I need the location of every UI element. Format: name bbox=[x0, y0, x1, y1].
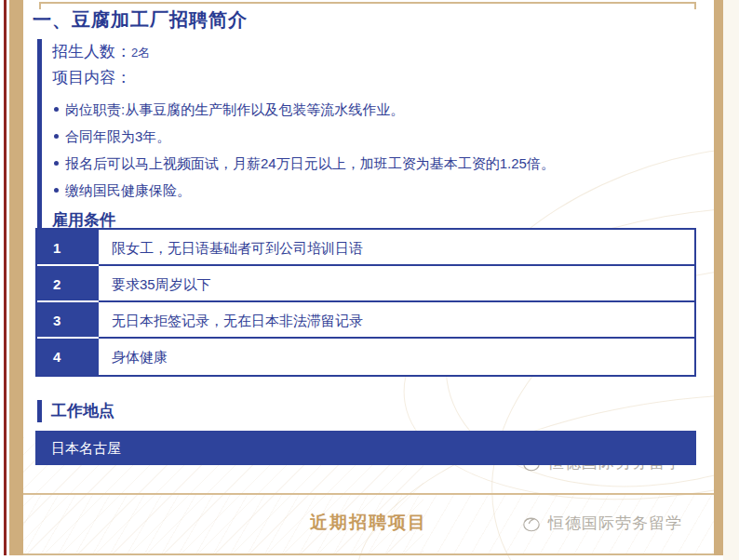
row-text-cell: 身体健康 bbox=[99, 339, 694, 375]
row-text-cell: 无日本拒签记录，无在日本非法滞留记录 bbox=[99, 302, 694, 337]
table-row: 2 要求35周岁以下 bbox=[37, 266, 694, 302]
section-divider-line bbox=[23, 493, 714, 495]
intro-block: 招生人数：2名 项目内容： 岗位职责:从事豆腐的生产制作以及包装等流水线作业。 … bbox=[37, 39, 696, 232]
conditions-table: 1 限女工，无日语基础者可到公司培训日语 2 要求35周岁以下 3 无日本拒签记… bbox=[35, 228, 696, 377]
recruitment-flyer-page: 一、豆腐加工厂招聘简介 招生人数：2名 项目内容： 岗位职责:从事豆腐的生产制作… bbox=[0, 0, 739, 560]
previous-box-border bbox=[39, 2, 696, 4]
right-cream-strip bbox=[723, 0, 739, 560]
row-text-cell: 限女工，无日语基础者可到公司培训日语 bbox=[99, 230, 694, 264]
watermark: 恒德国际劳务留学 bbox=[521, 513, 682, 534]
recruit-count-label: 招生人数： bbox=[52, 43, 131, 60]
table-row: 3 无日本拒签记录，无在日本非法滞留记录 bbox=[37, 302, 694, 339]
recruit-count-value: 2名 bbox=[131, 46, 150, 60]
bottom-border-line bbox=[23, 553, 714, 555]
row-text-cell: 要求35周岁以下 bbox=[99, 266, 694, 300]
location-heading: 工作地点 bbox=[37, 400, 114, 422]
job-detail-list: 岗位职责:从事豆腐的生产制作以及包装等流水线作业。 合同年限为3年。 报名后可以… bbox=[52, 96, 696, 204]
hengde-logo-icon bbox=[521, 514, 542, 533]
content-label: 项目内容： bbox=[52, 65, 696, 90]
row-number-cell: 3 bbox=[37, 302, 99, 339]
right-tan-bar bbox=[714, 0, 723, 555]
list-item: 缴纳国民健康保险。 bbox=[52, 177, 696, 204]
table-row: 4 身体健康 bbox=[37, 339, 694, 375]
section-title: 一、豆腐加工厂招聘简介 bbox=[33, 7, 248, 33]
row-number-cell: 2 bbox=[37, 266, 99, 302]
table-row: 1 限女工，无日语基础者可到公司培训日语 bbox=[37, 230, 694, 266]
location-banner: 日本名古屋 bbox=[35, 431, 696, 465]
previous-box-border-stub bbox=[694, 2, 696, 9]
list-item: 岗位职责:从事豆腐的生产制作以及包装等流水线作业。 bbox=[52, 96, 696, 123]
row-number-cell: 1 bbox=[37, 230, 99, 266]
list-item: 合同年限为3年。 bbox=[52, 123, 696, 150]
watermark-text: 恒德国际劳务留学 bbox=[548, 513, 682, 534]
left-maroon-edge-line bbox=[4, 0, 7, 555]
left-tan-bar bbox=[9, 0, 23, 555]
recruit-count-line: 招生人数：2名 bbox=[52, 39, 696, 65]
list-item: 报名后可以马上视频面试，月薪24万日元以上，加班工资为基本工资的1.25倍。 bbox=[52, 150, 696, 177]
row-number-cell: 4 bbox=[37, 339, 99, 375]
